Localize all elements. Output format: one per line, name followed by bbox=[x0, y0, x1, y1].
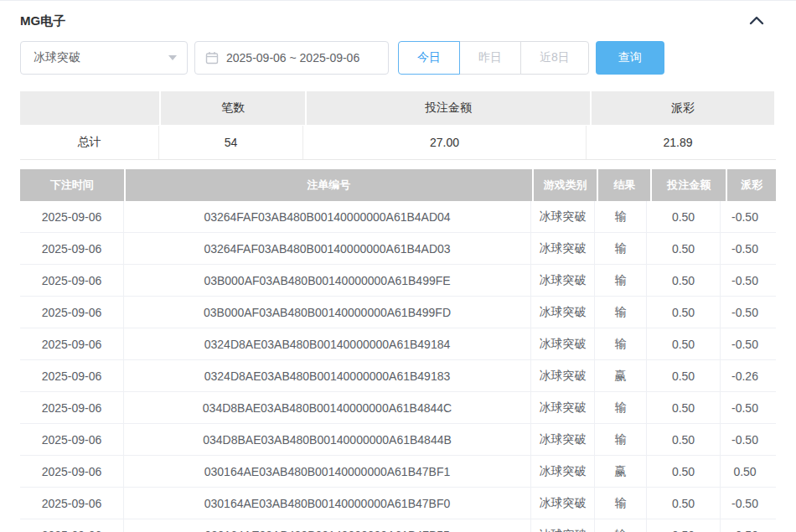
search-button[interactable]: 查询 bbox=[596, 41, 664, 75]
bet-id-cell: 034D8BAE03AB480B00140000000A61B4844C bbox=[124, 392, 531, 423]
bet-amount-cell: 0.50 bbox=[647, 201, 721, 232]
table-row: 2025-09-06 03B000AF03AB480B00140000000A6… bbox=[20, 265, 776, 297]
bet-id-cell: 030164AE03AB480B00140000000A61B47BF0 bbox=[124, 488, 531, 519]
mg-panel: MG电子 冰球突破 2025-09-06 ~ 2025-09-06 bbox=[0, 1, 796, 532]
col-header-payout: 派彩 bbox=[727, 169, 776, 201]
bet-id-cell: 03264FAF03AB480B00140000000A61B4AD04 bbox=[124, 201, 531, 232]
bet-id-cell: 03264FAF03AB480B00140000000A61B4AD03 bbox=[124, 233, 531, 264]
game-type-cell: 冰球突破 bbox=[531, 424, 595, 455]
bet-id-cell: 034D8BAE03AB480B00140000000A61B4844B bbox=[124, 424, 531, 455]
col-header-bet-id: 注单编号 bbox=[126, 169, 532, 201]
summary-header-count: 笔数 bbox=[161, 91, 305, 125]
calendar-icon bbox=[205, 51, 219, 65]
collapse-panel-button[interactable] bbox=[749, 13, 764, 28]
summary-total-count: 54 bbox=[159, 126, 303, 159]
payout-cell: -0.50 bbox=[721, 265, 769, 296]
bet-records-table: 下注时间 注单编号 游戏类别 结果 投注金额 派彩 2025-09-06 032… bbox=[20, 169, 776, 532]
game-select-value: 冰球突破 bbox=[34, 50, 80, 65]
col-header-game-type: 游戏类别 bbox=[534, 169, 597, 201]
game-type-cell: 冰球突破 bbox=[531, 233, 595, 264]
bet-amount-cell: 0.50 bbox=[647, 297, 721, 328]
bet-id-cell: 030164AE03AB480B00140000000A61B47B55 bbox=[124, 519, 531, 532]
table-row: 2025-09-06 0324D8AE03AB480B00140000000A6… bbox=[20, 360, 776, 392]
result-cell: 输 bbox=[595, 519, 647, 532]
game-type-cell: 冰球突破 bbox=[531, 328, 595, 359]
col-header-bet-amount: 投注金额 bbox=[652, 169, 726, 201]
bet-amount-cell: 0.50 bbox=[647, 519, 721, 532]
date-range-value: 2025-09-06 ~ 2025-09-06 bbox=[226, 51, 359, 65]
bet-time-cell: 2025-09-06 bbox=[20, 392, 124, 423]
bet-id-cell: 030164AE03AB480B00140000000A61B47BF1 bbox=[124, 456, 531, 487]
table-row: 2025-09-06 030164AE03AB480B00140000000A6… bbox=[20, 456, 776, 488]
table-row: 2025-09-06 0324D8AE03AB480B00140000000A6… bbox=[20, 328, 776, 360]
bet-time-cell: 2025-09-06 bbox=[20, 201, 124, 232]
payout-cell: 0.50 bbox=[721, 456, 769, 487]
date-range-picker[interactable]: 2025-09-06 ~ 2025-09-06 bbox=[194, 41, 389, 75]
payout-cell: -0.50 bbox=[721, 392, 769, 423]
col-header-result: 结果 bbox=[598, 169, 650, 201]
result-cell: 输 bbox=[595, 201, 647, 232]
caret-down-icon bbox=[168, 55, 177, 60]
game-type-cell: 冰球突破 bbox=[531, 360, 595, 391]
result-cell: 输 bbox=[595, 392, 647, 423]
result-cell: 赢 bbox=[595, 360, 647, 391]
bet-time-cell: 2025-09-06 bbox=[20, 297, 124, 328]
summary-header-bet-amount: 投注金额 bbox=[307, 91, 590, 125]
panel-header: MG电子 bbox=[20, 1, 776, 33]
summary-total-label: 总计 bbox=[20, 126, 159, 159]
game-type-cell: 冰球突破 bbox=[531, 488, 595, 519]
bet-time-cell: 2025-09-06 bbox=[20, 265, 124, 296]
bet-time-cell: 2025-09-06 bbox=[20, 360, 124, 391]
bet-time-cell: 2025-09-06 bbox=[20, 233, 124, 264]
bet-id-cell: 03B000AF03AB480B00140000000A61B499FD bbox=[124, 297, 531, 328]
last-8-days-button[interactable]: 近8日 bbox=[520, 41, 589, 75]
game-type-cell: 冰球突破 bbox=[531, 265, 595, 296]
bet-amount-cell: 0.50 bbox=[647, 392, 721, 423]
bet-amount-cell: 0.50 bbox=[647, 328, 721, 359]
table-row: 2025-09-06 03264FAF03AB480B00140000000A6… bbox=[20, 233, 776, 265]
payout-cell: -0.50 bbox=[721, 233, 769, 264]
summary-total-bet-amount: 27.00 bbox=[303, 126, 587, 159]
bet-time-cell: 2025-09-06 bbox=[20, 488, 124, 519]
payout-cell: -0.50 bbox=[721, 519, 769, 532]
bet-amount-cell: 0.50 bbox=[647, 456, 721, 487]
game-type-cell: 冰球突破 bbox=[531, 297, 595, 328]
bet-time-cell: 2025-09-06 bbox=[20, 519, 124, 532]
table-row: 2025-09-06 030164AE03AB480B00140000000A6… bbox=[20, 519, 776, 532]
game-select[interactable]: 冰球突破 bbox=[20, 41, 188, 75]
table-row: 2025-09-06 03B000AF03AB480B00140000000A6… bbox=[20, 297, 776, 328]
bet-id-cell: 0324D8AE03AB480B00140000000A61B49184 bbox=[124, 328, 531, 359]
game-type-cell: 冰球突破 bbox=[531, 519, 595, 532]
game-type-cell: 冰球突破 bbox=[531, 392, 595, 423]
result-cell: 输 bbox=[595, 424, 647, 455]
quick-date-button-group: 今日 昨日 近8日 bbox=[398, 41, 589, 75]
today-button[interactable]: 今日 bbox=[398, 41, 460, 75]
table-row: 2025-09-06 030164AE03AB480B00140000000A6… bbox=[20, 488, 776, 519]
bet-time-cell: 2025-09-06 bbox=[20, 424, 124, 455]
page-title: MG电子 bbox=[20, 13, 65, 29]
bet-amount-cell: 0.50 bbox=[647, 424, 721, 455]
payout-cell: -0.50 bbox=[721, 201, 769, 232]
result-cell: 输 bbox=[595, 488, 647, 519]
bet-amount-cell: 0.50 bbox=[647, 488, 721, 519]
result-cell: 输 bbox=[595, 297, 647, 328]
table-row: 2025-09-06 034D8BAE03AB480B00140000000A6… bbox=[20, 392, 776, 424]
filter-bar: 冰球突破 2025-09-06 ~ 2025-09-06 今日 昨日 近8日 查… bbox=[20, 41, 776, 75]
bet-id-cell: 03B000AF03AB480B00140000000A61B499FE bbox=[124, 265, 531, 296]
bet-id-cell: 0324D8AE03AB480B00140000000A61B49183 bbox=[124, 360, 531, 391]
yesterday-button[interactable]: 昨日 bbox=[459, 41, 521, 75]
payout-cell: -0.50 bbox=[721, 488, 769, 519]
result-cell: 输 bbox=[595, 233, 647, 264]
game-type-cell: 冰球突破 bbox=[531, 201, 595, 232]
result-cell: 输 bbox=[595, 328, 647, 359]
bet-amount-cell: 0.50 bbox=[647, 360, 721, 391]
payout-cell: -0.26 bbox=[721, 360, 769, 391]
summary-header-row: 笔数 投注金额 派彩 bbox=[20, 91, 776, 125]
summary-total-payout: 21.89 bbox=[587, 126, 769, 159]
bet-amount-cell: 0.50 bbox=[647, 265, 721, 296]
summary-total-row: 总计 54 27.00 21.89 bbox=[20, 126, 776, 160]
bet-time-cell: 2025-09-06 bbox=[20, 456, 124, 487]
result-cell: 输 bbox=[595, 265, 647, 296]
table-row: 2025-09-06 03264FAF03AB480B00140000000A6… bbox=[20, 201, 776, 233]
payout-cell: -0.50 bbox=[721, 297, 769, 328]
